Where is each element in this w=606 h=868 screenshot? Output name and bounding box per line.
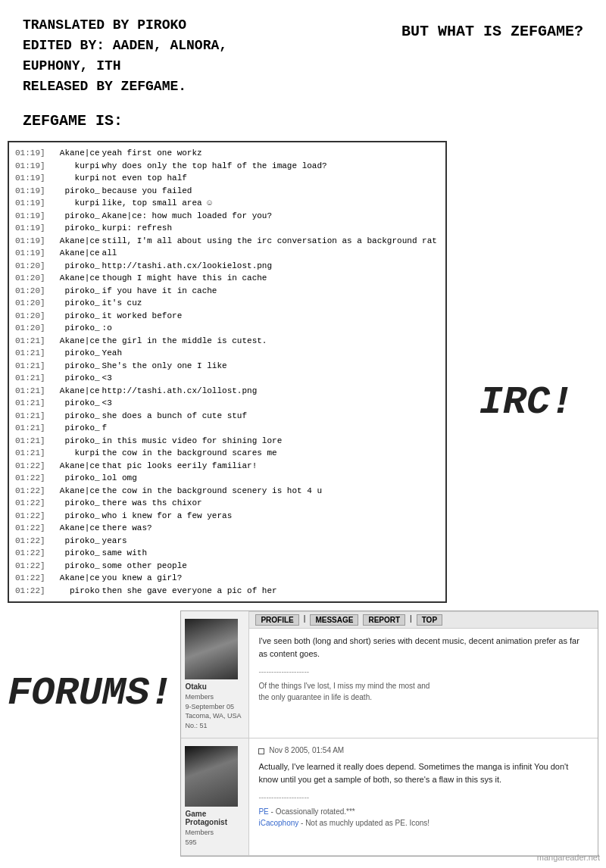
chat-line: 01:19]Akane|cestill, I'm all about using… [15, 235, 439, 248]
post1-postno: No.: 51 [185, 721, 245, 731]
chat-user: Akane|ce [45, 385, 102, 398]
chat-user: kurpi [45, 172, 102, 185]
chat-user: Akane|ce [45, 147, 102, 160]
chat-line: 01:19]kurpiwhy does only the top half of… [15, 160, 439, 173]
post2-postno: 595 [185, 838, 245, 848]
chat-line: 01:20]piroko_if you have it in cache [15, 285, 439, 298]
chat-line: 01:22]Akane|cethat pic looks eerily fami… [15, 460, 439, 473]
post2-pe-link[interactable]: PE [258, 807, 268, 816]
chat-user: Akane|ce [45, 572, 102, 585]
forum-post-1: Otaku Members 9-September 05 Tacoma, WA,… [181, 611, 598, 738]
chat-message: :o [102, 322, 439, 335]
chat-time: 01:20] [15, 322, 45, 335]
chat-time: 01:19] [15, 185, 45, 198]
chat-message: it's cuz [102, 297, 439, 310]
chat-line: 01:19]piroko_Akane|ce: how much loaded f… [15, 210, 439, 223]
chat-message: lol omg [102, 472, 439, 485]
header-line4: RELEASED BY ZEFGAME. [23, 76, 227, 97]
chat-message: there was ths chixor [102, 497, 439, 510]
chat-time: 01:21] [15, 422, 45, 435]
chat-user: Akane|ce [45, 335, 102, 348]
chat-line: 01:21]piroko_she does a bunch of cute st… [15, 410, 439, 423]
chat-line: 01:20]piroko_:o [15, 322, 439, 335]
post2-pe-text: - Ocassionally rotated.*** [269, 807, 355, 816]
chat-user: kurpi [45, 197, 102, 210]
chat-user: piroko_ [45, 260, 102, 273]
chat-user: piroko [45, 585, 102, 598]
post2-ica-link[interactable]: iCacophony [258, 819, 298, 827]
chat-time: 01:22] [15, 497, 45, 510]
chat-message: you knew a girl? [102, 572, 439, 585]
post2-ica-text: - Not as muchly updated as PE. Icons! [298, 819, 430, 827]
chat-time: 01:20] [15, 260, 45, 273]
chat-time: 01:20] [15, 272, 45, 285]
post1-top-btn[interactable]: TOP [417, 614, 442, 626]
post2-meta: Members 595 [185, 828, 245, 847]
chat-message: who i knew for a few yeras [102, 510, 439, 523]
chat-message: some other people [102, 560, 439, 573]
chat-user: piroko_ [45, 535, 102, 548]
chat-line: 01:22]piroko_who i knew for a few yeras [15, 510, 439, 523]
post1-sig-line1: Of the things I've lost, I miss my mind … [258, 680, 589, 692]
post1-message-btn[interactable]: MESSAGE [310, 614, 358, 626]
chat-time: 01:21] [15, 347, 45, 360]
chat-user: Akane|ce [45, 272, 102, 285]
chat-message: she does a bunch of cute stuf [102, 410, 439, 423]
chat-message: in this music video for shining lore [102, 435, 439, 448]
chat-message: <3 [102, 372, 439, 385]
post2-date-text: Nov 8 2005, 01:54 AM [269, 746, 344, 754]
irc-label: IRC! [454, 141, 598, 603]
chat-time: 01:22] [15, 472, 45, 485]
forum-post-2: Game Protagonist Members 595 Nov 8 2005,… [181, 738, 598, 855]
chat-message: why does only the top half of the image … [102, 160, 439, 173]
chat-time: 01:19] [15, 247, 45, 260]
chat-line: 01:21]piroko_Yeah [15, 347, 439, 360]
chat-line: 01:19]kurpinot even top half [15, 172, 439, 185]
chat-line: 01:21]piroko_<3 [15, 372, 439, 385]
forums-content: Otaku Members 9-September 05 Tacoma, WA,… [180, 610, 598, 857]
chat-user: piroko_ [45, 222, 102, 235]
chat-message: Akane|ce: how much loaded for you? [102, 210, 439, 223]
header-right-text: BUT WHAT IS ZEFGAME? [401, 15, 583, 40]
chat-user: Akane|ce [45, 460, 102, 473]
chat-line: 01:22]Akane|cethere was? [15, 522, 439, 535]
post1-pipe1: | [304, 614, 306, 626]
chat-time: 01:22] [15, 547, 45, 560]
chat-time: 01:19] [15, 172, 45, 185]
chat-user: Akane|ce [45, 235, 102, 248]
post2-body-wrapper: Nov 8 2005, 01:54 AM Actually, I've lear… [249, 738, 598, 854]
chat-line: 01:21]piroko_f [15, 422, 439, 435]
post1-report-btn[interactable]: REPORT [363, 614, 405, 626]
chat-time: 01:19] [15, 210, 45, 223]
chat-time: 01:21] [15, 385, 45, 398]
post1-content: I've seen both (long and short) series w… [258, 635, 589, 660]
post1-profile-btn[interactable]: PROFILE [255, 614, 298, 626]
chat-user: piroko_ [45, 560, 102, 573]
chat-user: piroko_ [45, 435, 102, 448]
post2-avatar [185, 746, 238, 807]
chat-line: 01:22]piroko_some other people [15, 560, 439, 573]
chat-message: <3 [102, 397, 439, 410]
chat-line: 01:19]Akane|ceall [15, 247, 439, 260]
post2-sig: PE - Ocassionally rotated.*** iCacophony… [258, 806, 589, 829]
chat-time: 01:19] [15, 235, 45, 248]
chat-time: 01:20] [15, 310, 45, 323]
chat-line: 01:22]piroko_there was ths chixor [15, 497, 439, 510]
chat-message: because you failed [102, 185, 439, 198]
chat-time: 01:21] [15, 435, 45, 448]
chat-user: piroko_ [45, 547, 102, 560]
chat-message: http://tashi.ath.cx/lookielost.png [102, 260, 439, 273]
chat-user: piroko_ [45, 347, 102, 360]
chat-message: Yeah [102, 347, 439, 360]
chat-user: piroko_ [45, 472, 102, 485]
post1-sig-divider: -------------------- [258, 666, 589, 677]
chat-message: that pic looks eerily familiar! [102, 460, 439, 473]
chat-user: Akane|ce [45, 485, 102, 498]
chat-message: like, top small area ☺ [102, 197, 439, 210]
chat-line: 01:22]pirokothen she gave everyone a pic… [15, 585, 439, 598]
chat-time: 01:22] [15, 460, 45, 473]
post2-content: Actually, I've learned it really does de… [258, 760, 589, 785]
chat-line: 01:22]piroko_years [15, 535, 439, 548]
chat-time: 01:21] [15, 410, 45, 423]
chat-message: f [102, 422, 439, 435]
